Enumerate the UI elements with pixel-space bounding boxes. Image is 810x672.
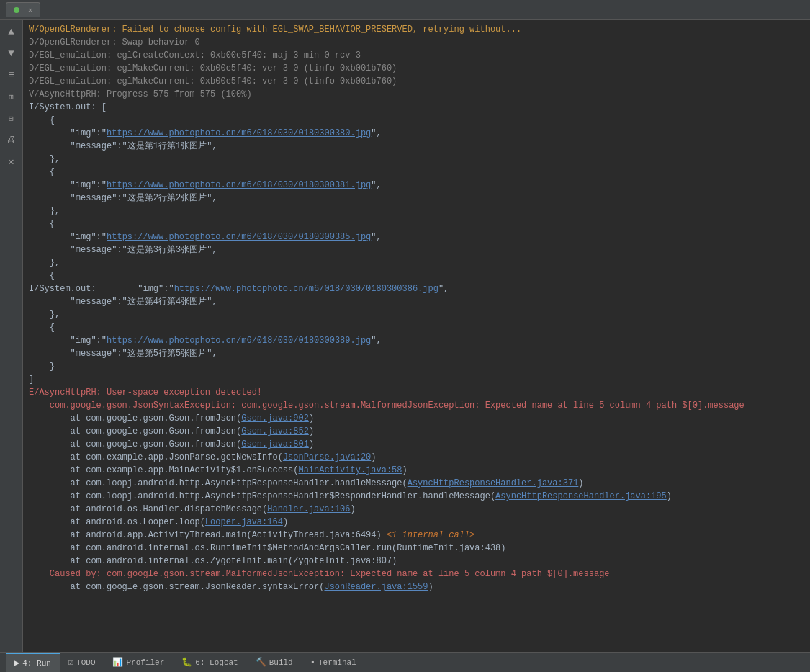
bottom-tab-terminal[interactable]: ▪Terminal [302,653,365,673]
log-stack-prefix: at com.google.gson.Gson.fromJson( [29,413,241,424]
log-stack-link[interactable]: JsonReader.java:1559 [324,582,428,592]
log-content-area[interactable]: W/OpenGLRenderer: Failed to choose confi… [23,20,810,652]
log-img-link-8[interactable]: https://www.photophoto.cn/m6/018/030/018… [107,128,371,138]
log-img-link-12[interactable]: https://www.photophoto.cn/m6/018/030/018… [107,180,371,190]
app-tab[interactable]: ✕ [6,2,40,17]
log-line: at com.android.internal.os.RuntimeInit$M… [29,542,804,555]
print-button[interactable]: 🖨 [3,131,20,148]
log-info-cont: }, [29,154,60,164]
log-img-prefix-8: "img":" [29,128,107,138]
log-line: "img":"https://www.photophoto.cn/m6/018/… [29,179,804,192]
log-stack-prefix: at com.example.app.MainActivity$1.onSucc… [29,465,298,475]
log-line: E/AsyncHttpRH: User-space exception dete… [29,386,804,399]
log-stack-text: at com.android.internal.os.ZygoteInit.ma… [29,556,397,566]
log-img-prefix-20: I/System.out: "img":" [29,284,174,294]
log-line: { [29,166,804,179]
log-info-cont: }, [29,206,60,216]
scroll-up-button[interactable]: ▲ [3,23,20,40]
filter-button[interactable]: ≡ [3,66,20,84]
log-info-cont: { [29,115,55,125]
left-toolbar: ▲ ▼ ≡ ⊞ ⊟ 🖨 ✕ [0,20,23,652]
log-stack-after: ) [371,452,376,462]
bottom-tab-icon-1: ☑ [68,657,73,668]
log-stack-link[interactable]: Gson.java:902 [241,413,309,424]
log-line: com.google.gson.JsonSyntaxException: com… [29,399,804,412]
log-line: ] [29,373,804,386]
bottom-tab-label-3: 6: Logcat [195,658,238,667]
log-stack-prefix: at android.os.Looper.loop( [29,517,205,527]
log-stack-after: ) [428,582,433,592]
log-line: at com.google.gson.stream.JsonReader.syn… [29,581,804,593]
log-stack-after: ) [350,504,355,514]
log-stack-link[interactable]: MainActivity.java:58 [298,465,402,475]
log-line: at com.google.gson.Gson.fromJson(Gson.ja… [29,412,804,425]
log-line: "img":"https://www.photophoto.cn/m6/018/… [29,127,804,140]
log-error-text: E/AsyncHttpRH: User-space exception dete… [29,387,262,398]
log-stack-text: at com.android.internal.os.RuntimeInit$M… [29,543,506,553]
app-status-dot [14,7,19,13]
log-line: at com.example.app.JsonParse.getNewsInfo… [29,451,804,464]
bottom-tab-todo[interactable]: ☑TODO [60,653,104,673]
bottom-tab-icon-5: ▪ [310,658,315,668]
log-stack-link[interactable]: AsyncHttpResponseHandler.java:371 [408,478,579,488]
expand-button[interactable]: ⊞ [3,88,20,105]
log-img-link-20[interactable]: https://www.photophoto.cn/m6/018/030/018… [174,284,438,294]
log-line: at com.google.gson.Gson.fromJson(Gson.ja… [29,425,804,438]
close-tab-button[interactable]: ✕ [28,6,32,14]
log-img-prefix-16: "img":" [29,232,107,242]
log-stack-link[interactable]: Gson.java:852 [241,426,309,436]
bottom-tab-build[interactable]: 🔨Build [247,653,302,673]
log-stack-prefix: at com.google.gson.Gson.fromJson( [29,439,241,449]
collapse-button[interactable]: ⊟ [3,109,20,127]
log-info-msg: "message":"这是第1行第1张图片", [29,141,217,151]
log-internal-call-badge: <1 internal call> [387,530,474,540]
log-line: Caused by: com.google.gson.stream.Malfor… [29,568,804,581]
log-line: at android.os.Looper.loop(Looper.java:16… [29,516,804,529]
bottom-tab-label-5: Terminal [318,658,356,667]
log-stack-link[interactable]: JsonParse.java:20 [283,452,371,462]
log-line: { [29,218,804,230]
log-stack-prefix: at com.loopj.android.http.AsyncHttpRespo… [29,491,495,501]
log-stack-prefix: at com.google.gson.stream.JsonReader.syn… [29,582,324,592]
log-info-text: I/System.out: [ [29,102,107,112]
log-line: D/OpenGLRenderer: Swap behavior 0 [29,36,804,49]
log-line: at com.loopj.android.http.AsyncHttpRespo… [29,477,804,490]
log-debug-text: D/EGL_emulation: eglMakeCurrent: 0xb00e5… [29,76,397,86]
log-verbose-text: V/AsyncHttpRH: Progress 575 from 575 (10… [29,89,252,99]
log-stack-pre: at android.app.ActivityThread.main(Activ… [29,530,387,540]
log-line: }, [29,308,804,321]
bottom-tab-6--logcat[interactable]: 🐛6: Logcat [173,653,246,673]
log-stack-after: ) [309,413,314,424]
log-stack-link[interactable]: Gson.java:801 [241,439,309,449]
log-img-link-24[interactable]: https://www.photophoto.cn/m6/018/030/018… [107,336,371,346]
log-line: { [29,269,804,282]
bottom-tab-profiler[interactable]: 📊Profiler [104,653,173,673]
log-line: I/System.out: [ [29,101,804,114]
clear-button[interactable]: ✕ [3,153,20,170]
log-error-detail: com.google.gson.JsonSyntaxException: com… [29,400,744,411]
scroll-down-button[interactable]: ▼ [3,45,20,62]
log-line: D/EGL_emulation: eglCreateContext: 0xb00… [29,49,804,62]
log-img-prefix-12: "img":" [29,180,107,190]
log-stack-after: ) [283,517,288,527]
bottom-tab-4--run[interactable]: ▶4: Run [6,653,60,673]
bottom-tab-label-4: Build [269,658,293,667]
log-stack-link[interactable]: AsyncHttpResponseHandler.java:195 [495,491,667,501]
log-debug-text: D/OpenGLRenderer: Swap behavior 0 [29,37,200,48]
log-info-cont: { [29,167,55,177]
log-stack-after: ) [309,426,314,436]
log-line: at com.google.gson.Gson.fromJson(Gson.ja… [29,438,804,451]
log-stack-prefix: at com.example.app.JsonParse.getNewsInfo… [29,452,283,462]
log-line: "message":"这是第2行第2张图片", [29,192,804,205]
log-line: "message":"这是第1行第1张图片", [29,140,804,153]
bottom-tab-label-0: 4: Run [22,659,51,668]
log-info-msg: "message":"这是第3行第3张图片", [29,245,217,255]
log-img-link-16[interactable]: https://www.photophoto.cn/m6/018/030/018… [107,232,371,242]
log-line: "message":"这是第4行第4张图片", [29,295,804,308]
log-line: at android.app.ActivityThread.main(Activ… [29,529,804,542]
log-stack-link[interactable]: Handler.java:106 [267,504,350,514]
log-line: V/AsyncHttpRH: Progress 575 from 575 (10… [29,88,804,101]
log-stack-link[interactable]: Looper.java:164 [205,517,283,527]
log-debug-text: D/EGL_emulation: eglMakeCurrent: 0xb00e5… [29,63,397,73]
log-line: at android.os.Handler.dispatchMessage(Ha… [29,503,804,516]
